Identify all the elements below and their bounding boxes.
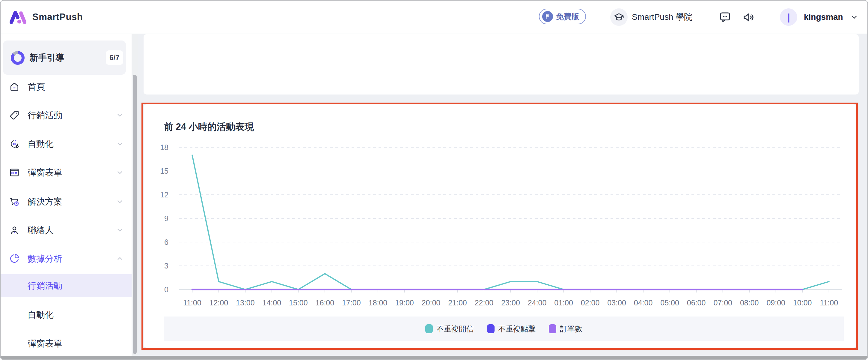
sidebar-item-automation[interactable]: 自動化 [1, 134, 131, 154]
x-axis-tick-label: 23:00 [501, 299, 520, 307]
sidebar-item-label: 自動化 [28, 134, 54, 154]
x-axis-tick-label: 12:00 [209, 299, 228, 307]
sidebar-subitem-analytics-automation[interactable]: 自動化 [1, 303, 131, 326]
chevron-down-icon [116, 140, 124, 148]
sidebar-item-campaigns[interactable]: 行銷活動 [1, 106, 131, 125]
previous-card-partial [144, 34, 859, 94]
progress-ring-icon [11, 51, 25, 65]
x-axis-tick-label: 22:00 [475, 299, 494, 307]
x-axis-tick-label: 14:00 [262, 299, 281, 307]
chevron-down-icon [116, 197, 124, 206]
series-line-不重複開信 [192, 155, 829, 289]
sidebar-subitem-label: 彈窗表單 [28, 332, 62, 355]
chart-legend: 不重複開信不重複點擊訂單數 [164, 316, 844, 341]
sidebar-item-solutions[interactable]: 解決方案 [1, 192, 131, 211]
sidebar-item-contacts[interactable]: 聯絡人 [1, 221, 131, 240]
plan-badge-label: 免費版 [556, 11, 579, 22]
x-axis-tick-label: 04:00 [634, 299, 653, 307]
user-menu[interactable]: | kingsman [780, 1, 859, 34]
x-axis-tick-label: 07:00 [713, 299, 732, 307]
onboarding-label: 新手引導 [29, 40, 64, 75]
x-axis-tick-label: 10:00 [793, 299, 812, 307]
analytics-pie-icon [9, 253, 20, 264]
legend-label: 不重複點擊 [498, 324, 536, 334]
graduation-cap-icon [610, 8, 628, 26]
y-axis-tick-label: 6 [164, 238, 168, 246]
x-axis-tick-label: 03:00 [607, 299, 626, 307]
chevron-down-icon [116, 168, 124, 177]
top-header: SmartPush 免費版 SmartPush 學院 [1, 1, 867, 34]
sidebar-item-label: 首頁 [28, 77, 45, 96]
sidebar-item-label: 彈窗表單 [28, 163, 62, 182]
onboarding-progress: 6/7 [106, 50, 123, 65]
x-axis-tick-label: 08:00 [740, 299, 759, 307]
brand-title: SmartPush [32, 1, 83, 34]
sidebar-item-label: 聯絡人 [28, 221, 54, 240]
x-axis-tick-label: 20:00 [422, 299, 441, 307]
legend-item[interactable]: 訂單數 [549, 324, 582, 334]
y-axis-tick-label: 3 [164, 261, 168, 270]
x-axis-tick-label: 15:00 [289, 299, 308, 307]
avatar: | [780, 8, 797, 26]
x-axis-tick-label: 24:00 [528, 299, 547, 307]
x-axis-tick-label: 01:00 [554, 299, 573, 307]
legend-item[interactable]: 不重複點擊 [487, 324, 536, 334]
chevron-up-icon [116, 254, 124, 263]
x-axis-tick-label: 06:00 [687, 299, 706, 307]
header-divider [600, 10, 600, 24]
avatar-glyph: | [787, 12, 789, 23]
sidebar-item-label: 行銷活動 [28, 106, 62, 125]
tag-icon [9, 110, 20, 120]
header-divider [765, 10, 765, 24]
x-axis-tick-label: 19:00 [395, 299, 414, 307]
y-axis-tick-label: 15 [160, 167, 168, 175]
x-axis-tick-label: 11:00 [183, 299, 202, 307]
x-axis-tick-label: 09:00 [766, 299, 785, 307]
sidebar-item-analytics[interactable]: 數據分析 [1, 249, 131, 268]
academy-link[interactable]: SmartPush 學院 [610, 1, 692, 34]
x-axis-tick-label: 05:00 [660, 299, 679, 307]
sidebar-item-label: 數據分析 [28, 249, 62, 268]
x-axis-tick-label: 17:00 [342, 299, 361, 307]
y-axis-tick-label: 9 [164, 214, 168, 223]
plan-badge[interactable]: 免費版 [539, 9, 586, 24]
legend-label: 不重複開信 [436, 324, 474, 334]
y-axis-tick-label: 12 [160, 191, 168, 199]
popup-form-icon [9, 167, 20, 178]
chevron-down-icon [116, 111, 124, 119]
legend-label: 訂單數 [560, 324, 582, 334]
onboarding-card[interactable]: 新手引導 6/7 [3, 40, 126, 75]
legend-item[interactable]: 不重複開信 [425, 324, 474, 334]
academy-label: SmartPush 學院 [632, 11, 692, 23]
sidebar-subitem-label: 自動化 [28, 303, 54, 326]
app-window: SmartPush 免費版 SmartPush 學院 [0, 0, 868, 360]
contacts-icon [9, 225, 20, 236]
solution-cart-icon [9, 196, 20, 207]
feedback-chat-icon[interactable] [719, 11, 731, 23]
activity-chart-card: 前 24 小時的活動表現 036912151811:0012:0013:0014… [144, 104, 857, 348]
username: kingsman [804, 12, 843, 22]
legend-swatch-icon [487, 324, 495, 333]
chevron-down-icon [850, 12, 859, 22]
sidebar-subitem-analytics-popup-forms[interactable]: 彈窗表單 [1, 332, 131, 355]
home-icon [9, 81, 20, 92]
x-axis-tick-label: 13:00 [236, 299, 255, 307]
y-axis-tick-label: 18 [160, 143, 168, 151]
main-content: 前 24 小時的活動表現 036912151811:0012:0013:0014… [138, 34, 867, 356]
x-axis-tick-label: 16:00 [316, 299, 335, 307]
line-chart: 036912151811:0012:0013:0014:0015:0016:00… [144, 104, 857, 348]
sidebar-scrollbar-thumb[interactable] [133, 75, 137, 354]
x-axis-tick-label: 11:00 [820, 299, 838, 307]
sidebar-item-label: 解決方案 [28, 192, 62, 211]
flag-icon [542, 11, 553, 22]
sidebar: 新手引導 6/7 首頁行銷活動自動化彈窗表單解決方案聯絡人數據分析行銷活動自動化… [1, 34, 131, 356]
header-divider [707, 10, 707, 24]
chevron-down-icon [116, 226, 124, 234]
sidebar-item-popup-forms[interactable]: 彈窗表單 [1, 163, 131, 182]
smartpush-logo-icon [9, 9, 28, 25]
announcement-speaker-icon[interactable] [742, 11, 755, 23]
legend-swatch-icon [425, 324, 433, 333]
sidebar-subitem-analytics-campaigns[interactable]: 行銷活動 [1, 274, 131, 297]
sidebar-item-home[interactable]: 首頁 [1, 77, 131, 96]
horizontal-scrollbar[interactable] [1, 356, 867, 359]
